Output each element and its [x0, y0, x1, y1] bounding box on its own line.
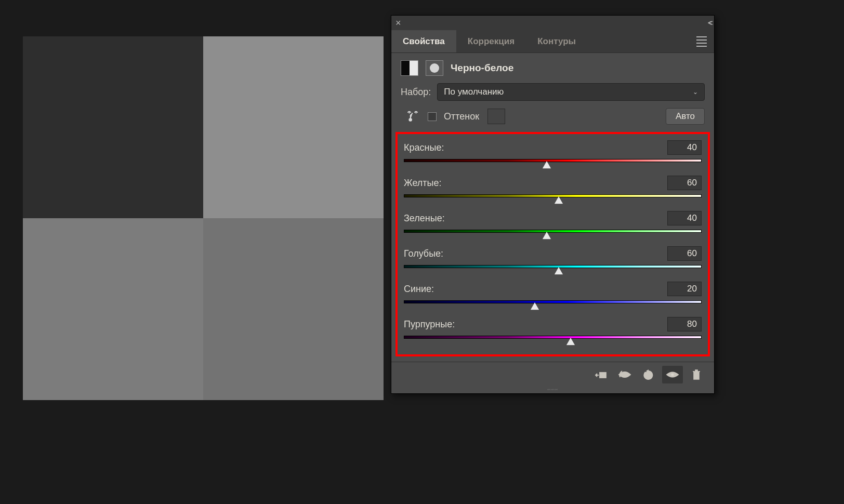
panel-titlebar: × <<: [391, 16, 714, 30]
svg-rect-1: [600, 373, 606, 378]
slider-value-input[interactable]: [667, 140, 702, 155]
slider-label: Пурпурные:: [404, 319, 455, 330]
tint-label: Оттенок: [444, 111, 479, 122]
adjustment-title: Черно-белое: [451, 62, 513, 74]
clip-to-layer-icon[interactable]: [590, 366, 611, 383]
slider-thumb[interactable]: [555, 196, 563, 204]
slider-track[interactable]: [404, 194, 702, 205]
slider-label: Желтые:: [404, 178, 442, 189]
slider-label: Голубые:: [404, 248, 443, 259]
slider-thumb[interactable]: [531, 302, 539, 310]
color-sliders-region: Красные: Желтые: Зеленые: Голубые:: [395, 132, 710, 356]
slider-label: Синие:: [404, 284, 434, 295]
slider-value-input[interactable]: [667, 176, 702, 190]
slider-track[interactable]: [404, 230, 702, 240]
layer-mask-icon[interactable]: [426, 60, 443, 76]
slider-track[interactable]: [404, 159, 702, 169]
targeted-adjustment-tool-icon[interactable]: [405, 109, 420, 124]
slider-value-input[interactable]: [667, 211, 702, 226]
canvas-quadrant-3: [23, 218, 203, 400]
panel-tabs: Свойства Коррекция Контуры: [391, 30, 714, 53]
slider-value-input[interactable]: [667, 317, 702, 331]
svg-point-2: [671, 373, 675, 376]
collapse-icon[interactable]: <<: [708, 19, 710, 27]
slider-label: Зеленые:: [404, 213, 445, 224]
color-slider-row: Желтые:: [404, 176, 702, 205]
canvas-quadrant-4: [203, 218, 384, 400]
preset-label: Набор:: [401, 87, 431, 98]
slider-track[interactable]: [404, 300, 702, 311]
view-previous-state-icon[interactable]: [614, 366, 635, 383]
color-slider-row: Красные:: [404, 140, 702, 169]
slider-thumb[interactable]: [543, 232, 551, 239]
color-slider-row: Голубые:: [404, 246, 702, 275]
preset-select[interactable]: По умолчанию ⌄: [437, 83, 705, 101]
color-slider-row: Синие:: [404, 282, 702, 311]
preset-value: По умолчанию: [444, 87, 504, 97]
chevron-down-icon: ⌄: [693, 88, 698, 96]
slider-thumb[interactable]: [555, 267, 563, 274]
auto-button[interactable]: Авто: [666, 108, 705, 125]
slider-value-input[interactable]: [667, 282, 702, 296]
slider-thumb[interactable]: [543, 161, 551, 168]
slider-thumb[interactable]: [566, 338, 575, 345]
tab-paths[interactable]: Контуры: [526, 30, 587, 52]
slider-track[interactable]: [404, 336, 702, 346]
canvas-quadrant-2: [203, 36, 384, 218]
toggle-visibility-icon[interactable]: [662, 366, 683, 383]
svg-point-0: [409, 118, 412, 121]
preset-row: Набор: По умолчанию ⌄: [391, 83, 714, 108]
trash-icon[interactable]: [686, 366, 707, 383]
properties-panel: × << Свойства Коррекция Контуры Черно-бе…: [391, 15, 715, 394]
tint-checkbox[interactable]: [428, 112, 437, 121]
tint-row: Оттенок Авто: [391, 108, 714, 130]
tint-color-swatch[interactable]: [487, 109, 505, 124]
panel-menu-icon[interactable]: [696, 36, 707, 47]
panel-footer: [391, 362, 714, 387]
tab-properties[interactable]: Свойства: [391, 30, 456, 52]
color-slider-row: Пурпурные:: [404, 317, 702, 346]
canvas-preview: [23, 36, 384, 400]
canvas-quadrant-1: [23, 36, 203, 218]
slider-label: Красные:: [404, 142, 444, 153]
tab-adjustments[interactable]: Коррекция: [456, 30, 526, 52]
slider-track[interactable]: [404, 265, 702, 275]
close-icon[interactable]: ×: [395, 18, 401, 28]
panel-resize-grip[interactable]: ┉┉┉: [391, 387, 714, 393]
color-slider-row: Зеленые:: [404, 211, 702, 240]
adjustment-header: Черно-белое: [391, 53, 714, 83]
reset-icon[interactable]: [638, 366, 659, 383]
slider-value-input[interactable]: [667, 246, 702, 261]
black-white-adjustment-icon[interactable]: [401, 60, 418, 76]
